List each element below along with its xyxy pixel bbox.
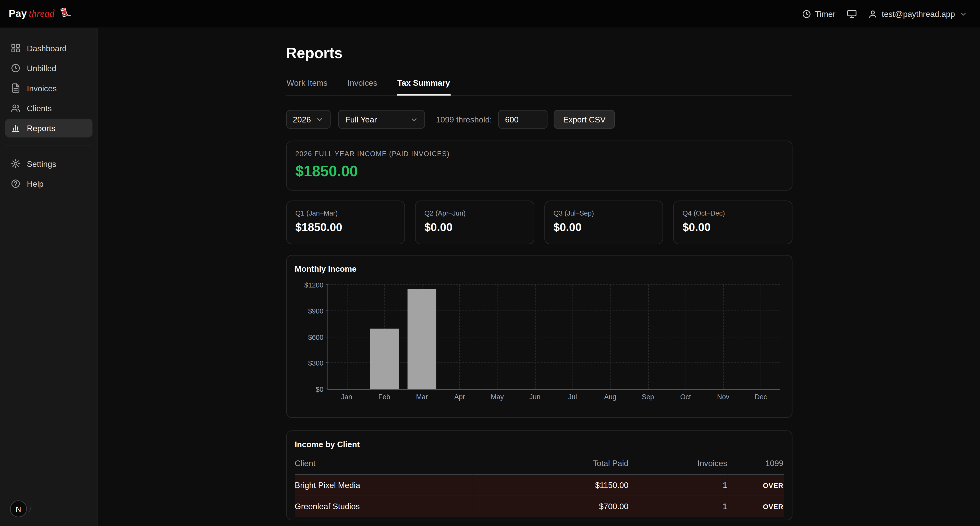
tab-bar: Work Items Invoices Tax Summary bbox=[286, 78, 792, 96]
vertical-gridline bbox=[460, 285, 460, 389]
bar-feb bbox=[370, 328, 399, 389]
y-axis-label: $0 bbox=[316, 385, 323, 393]
year-select[interactable]: 2026 bbox=[286, 110, 331, 129]
sidebar: Dashboard Unbilled Invoices bbox=[0, 28, 98, 526]
period-select-value: Full Year bbox=[345, 114, 377, 124]
vertical-gridline bbox=[723, 285, 724, 389]
x-axis-label: Oct bbox=[680, 393, 691, 400]
account-menu[interactable]: test@paythread.app bbox=[868, 9, 967, 19]
tab-invoices[interactable]: Invoices bbox=[347, 78, 378, 96]
x-axis-label: May bbox=[491, 393, 504, 400]
column-header-invoices: Invoices bbox=[628, 453, 727, 475]
brand-pay: Pay bbox=[9, 8, 27, 19]
quarter-label: Q3 (Jul–Sep) bbox=[554, 209, 654, 216]
sidebar-item-label: Reports bbox=[27, 124, 56, 133]
vertical-gridline bbox=[347, 285, 347, 389]
annual-income-card: 2026 FULL YEAR INCOME (PAID INVOICES) $1… bbox=[286, 141, 792, 191]
column-header-client: Client bbox=[295, 453, 473, 475]
y-axis-label: $600 bbox=[308, 334, 323, 341]
quarter-card-q1: Q1 (Jan–Mar) $1850.00 bbox=[286, 200, 405, 244]
quarter-amount: $1850.00 bbox=[295, 221, 396, 234]
document-icon bbox=[11, 83, 21, 93]
x-axis-label: Dec bbox=[755, 393, 767, 400]
quarter-amount: $0.00 bbox=[682, 221, 783, 234]
chevron-down-icon bbox=[959, 10, 967, 18]
tab-work-items[interactable]: Work Items bbox=[286, 78, 328, 96]
y-axis-tick bbox=[325, 310, 328, 311]
quarter-cards: Q1 (Jan–Mar) $1850.00 Q2 (Apr–Jun) $0.00… bbox=[286, 200, 792, 244]
sidebar-item-label: Clients bbox=[27, 103, 52, 113]
x-axis-label: Aug bbox=[604, 393, 616, 400]
bar-mar bbox=[407, 289, 436, 389]
status-badge: OVER bbox=[727, 475, 783, 496]
sidebar-item-reports[interactable]: Reports bbox=[5, 119, 93, 137]
chevron-down-icon bbox=[316, 115, 324, 124]
topbar-actions: Timer test@paythread.app bbox=[802, 9, 967, 19]
monthly-income-chart-card: Monthly Income $0$300$600$900$1200JanFeb… bbox=[286, 255, 792, 418]
x-axis-label: Apr bbox=[454, 393, 465, 400]
avatar[interactable]: N bbox=[10, 501, 27, 517]
table-row: Bright Pixel Media $1150.00 1 OVER bbox=[295, 475, 783, 496]
threshold-label: 1099 threshold: bbox=[436, 114, 492, 124]
quarter-label: Q4 (Oct–Dec) bbox=[682, 209, 783, 216]
brand-logo[interactable]: Pay thread bbox=[9, 6, 72, 22]
x-axis-label: Nov bbox=[717, 393, 729, 400]
column-header-total-paid: Total Paid bbox=[472, 453, 628, 475]
client-table-header-row: Client Total Paid Invoices 1099 bbox=[295, 453, 783, 475]
sidebar-item-label: Invoices bbox=[27, 83, 57, 93]
threshold-input[interactable] bbox=[498, 110, 547, 129]
vertical-gridline bbox=[648, 285, 649, 389]
sidebar-footer: N / bbox=[10, 501, 32, 517]
sidebar-item-dashboard[interactable]: Dashboard bbox=[5, 39, 93, 57]
quarter-label: Q1 (Jan–Mar) bbox=[295, 209, 396, 216]
client-invoice-count: 1 bbox=[628, 496, 727, 517]
y-axis-label: $1200 bbox=[304, 281, 323, 289]
chart-plot: $0$300$600$900$1200JanFebMarAprMayJunJul… bbox=[327, 285, 780, 390]
sidebar-item-clients[interactable]: Clients bbox=[5, 99, 93, 118]
y-axis-tick bbox=[325, 284, 328, 285]
help-circle-icon bbox=[11, 178, 21, 189]
grid-icon bbox=[11, 43, 21, 53]
status-badge: OVER bbox=[727, 496, 783, 517]
client-name: Bright Pixel Media bbox=[295, 475, 473, 496]
clock-icon bbox=[11, 63, 21, 73]
client-invoice-count: 1 bbox=[628, 475, 727, 496]
bar-chart-icon bbox=[11, 123, 21, 133]
sidebar-item-label: Unbilled bbox=[27, 64, 56, 73]
client-name: Greenleaf Studios bbox=[295, 496, 473, 517]
display-mode-button[interactable] bbox=[847, 9, 857, 19]
avatar-initial: N bbox=[16, 505, 21, 513]
timer-button[interactable]: Timer bbox=[802, 9, 835, 19]
chart-title: Monthly Income bbox=[295, 264, 783, 274]
topbar: Pay thread bbox=[0, 0, 980, 28]
table-row: Greenleaf Studios $700.00 1 OVER bbox=[295, 496, 783, 517]
y-axis-tick bbox=[325, 388, 328, 389]
quarter-amount: $0.00 bbox=[425, 221, 525, 234]
page-title: Reports bbox=[286, 44, 792, 62]
tab-tax-summary[interactable]: Tax Summary bbox=[396, 78, 450, 96]
main-area: Reports Work Items Invoices Tax Summary … bbox=[98, 28, 980, 526]
users-icon bbox=[11, 103, 21, 113]
y-axis-tick bbox=[325, 337, 328, 337]
sidebar-item-invoices[interactable]: Invoices bbox=[5, 79, 93, 97]
x-axis-label: Jul bbox=[568, 393, 577, 400]
sidebar-item-help[interactable]: Help bbox=[5, 174, 93, 193]
quarter-amount: $0.00 bbox=[554, 221, 654, 234]
gear-icon bbox=[11, 159, 21, 168]
sidebar-item-label: Settings bbox=[27, 159, 56, 168]
horizontal-gridline bbox=[328, 310, 780, 311]
thread-spool-icon bbox=[56, 6, 72, 22]
quarter-card-q4: Q4 (Oct–Dec) $0.00 bbox=[673, 200, 792, 244]
period-select[interactable]: Full Year bbox=[339, 110, 425, 129]
sidebar-item-unbilled[interactable]: Unbilled bbox=[5, 59, 93, 77]
x-axis-label: Jun bbox=[529, 393, 540, 400]
annual-income-amount: $1850.00 bbox=[295, 162, 783, 180]
app-root: Pay thread bbox=[0, 0, 980, 526]
x-axis-label: Jan bbox=[341, 393, 352, 400]
sidebar-item-settings[interactable]: Settings bbox=[5, 154, 93, 173]
vertical-gridline bbox=[497, 285, 498, 389]
export-csv-button[interactable]: Export CSV bbox=[554, 110, 615, 129]
quarter-card-q3: Q3 (Jul–Sep) $0.00 bbox=[544, 200, 663, 244]
income-by-client-card: Income by Client Client Total Paid Invoi… bbox=[286, 430, 792, 520]
x-axis-label: Feb bbox=[379, 393, 390, 400]
